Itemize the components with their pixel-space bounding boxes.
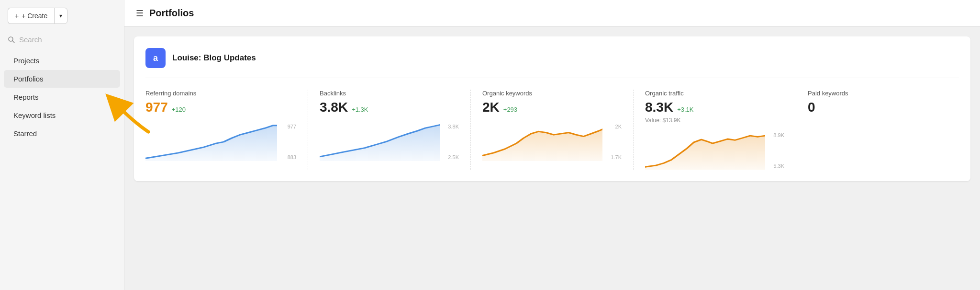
chart-organic-keywords: 2K 1.7K: [482, 123, 622, 161]
sidebar-item-projects[interactable]: Projects: [4, 52, 120, 70]
metric-change: +3.1K: [677, 106, 693, 113]
content-area: a Louise: Blog Updates Referring domains…: [124, 27, 980, 290]
metric-referring-domains: Referring domains 977 +120: [145, 90, 308, 170]
hamburger-icon[interactable]: ☰: [136, 8, 144, 19]
search-bar[interactable]: Search: [0, 32, 124, 47]
create-plus-icon: +: [15, 12, 19, 20]
chart-organic-traffic: 8.9K 5.3K: [645, 131, 784, 170]
metric-label: Referring domains: [145, 90, 296, 97]
metric-organic-keywords: Organic keywords 2K +293: [471, 90, 634, 170]
portfolio-avatar: a: [145, 48, 166, 68]
metric-paid-keywords: Paid keywords 0: [796, 90, 959, 170]
metric-organic-traffic: Organic traffic 8.3K +3.1K Value: $13.9K: [634, 90, 796, 170]
sidebar-item-reports[interactable]: Reports: [4, 88, 120, 106]
metric-sub: Value: $13.9K: [645, 117, 784, 124]
metric-value: 8.3K: [645, 100, 673, 115]
chevron-down-icon: ▾: [59, 12, 62, 19]
metric-change: +120: [172, 106, 186, 113]
metric-label: Organic keywords: [482, 90, 622, 97]
svg-line-1: [12, 41, 14, 43]
create-label: + Create: [22, 12, 47, 20]
portfolio-header: a Louise: Blog Updates: [145, 48, 959, 78]
sidebar: + + Create ▾ Search Projects Portfolios …: [0, 0, 124, 290]
chart-referring-domains: 977 883: [145, 123, 296, 161]
metric-label: Organic traffic: [645, 90, 784, 97]
search-icon: [8, 36, 15, 44]
create-dropdown-button[interactable]: ▾: [54, 8, 67, 24]
metric-value: 3.8K: [320, 100, 348, 115]
sidebar-item-keyword-lists[interactable]: Keyword lists: [4, 106, 120, 124]
metric-label: Paid keywords: [808, 90, 947, 97]
header: ☰ Portfolios: [124, 0, 980, 27]
page-title: Portfolios: [149, 8, 194, 19]
metric-change: +1.3K: [352, 106, 368, 113]
metrics-grid: Referring domains 977 +120: [145, 90, 959, 170]
metric-value: 2K: [482, 100, 500, 115]
metric-value: 0: [808, 100, 815, 115]
portfolio-name: Louise: Blog Updates: [172, 53, 256, 63]
metric-value: 977: [145, 100, 168, 115]
create-button[interactable]: + + Create: [8, 8, 54, 24]
sidebar-item-starred[interactable]: Starred: [4, 125, 120, 142]
portfolio-card: a Louise: Blog Updates Referring domains…: [134, 36, 970, 181]
sidebar-top: + + Create ▾: [0, 8, 124, 32]
main-content: ☰ Portfolios a Louise: Blog Updates Refe…: [124, 0, 980, 290]
nav-menu: Projects Portfolios Reports Keyword list…: [0, 51, 124, 143]
metric-change: +293: [503, 106, 517, 113]
sidebar-item-portfolios[interactable]: Portfolios: [4, 70, 120, 88]
metric-label: Backlinks: [320, 90, 459, 97]
search-placeholder: Search: [19, 35, 42, 44]
chart-backlinks: 3.8K 2.5K: [320, 123, 459, 161]
metric-backlinks: Backlinks 3.8K +1.3K: [308, 90, 471, 170]
